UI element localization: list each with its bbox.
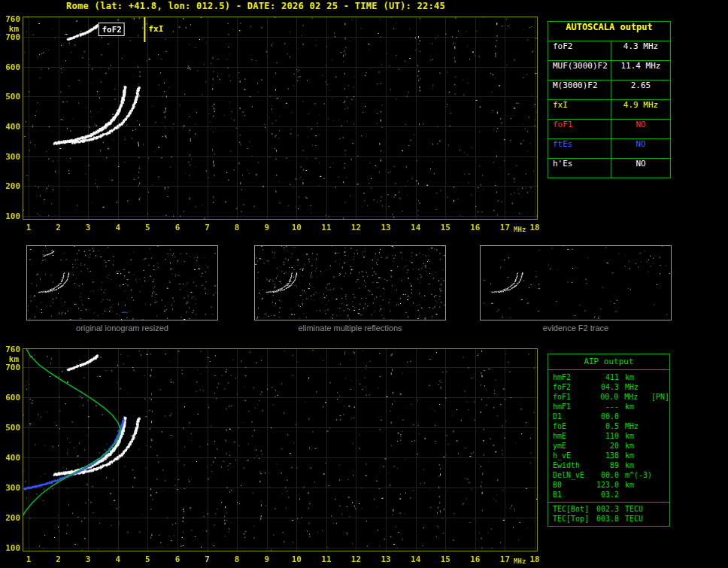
param-label: foE [548,421,592,431]
param-label: h'Es [548,159,611,178]
param-label: foF2 [548,41,611,60]
table-row: Ewidth 89 km [548,460,669,470]
param-unit: km [619,460,652,470]
param-value: 411 [592,372,619,382]
param-unit [619,490,652,500]
param-value: 123.0 [592,480,619,490]
param-note [652,421,669,431]
param-unit: MHz [618,392,651,402]
table-row: foF1 NO [548,120,670,139]
param-value: 2.65 [611,80,670,99]
param-label: DelN_vE [548,470,592,480]
param-label: D1 [548,412,592,421]
param-label: foF2 [548,382,592,392]
param-value: 003.8 [592,514,619,524]
param-value: NO [611,159,670,178]
table-row: ftEs NO [548,139,670,159]
param-unit: km [619,480,652,490]
autoscala-table-title: AUTOSCALA output [548,22,670,41]
table-row: hmE 110 km [548,431,669,441]
table-row: foE 0.5 MHz [548,421,669,431]
table-row: foF1 00.0 MHz [PN] [548,392,669,402]
station-title: Rome (lat: +41.8, lon: 012.5) - DATE: 20… [66,1,445,11]
table-row: h'Es NO [548,159,670,178]
profile-canvas [0,344,549,568]
param-value: 00.0 [592,470,619,480]
param-unit [619,412,652,421]
param-note [652,514,669,524]
table-row: TEC[Top] 003.8 TECU [548,514,669,524]
param-note [652,382,669,392]
tec-section: TEC[Bot] 002.3 TECU TEC[Top] 003.8 TECU [548,502,669,524]
param-label: fxI [548,100,611,119]
param-note [652,480,669,490]
param-value: 00.0 [592,392,619,402]
param-note [652,470,669,480]
thumbnail-caption: evidence F2 trace [480,323,672,333]
param-label: TEC[Top] [548,514,592,524]
param-note: [PN] [651,392,669,402]
autoscala-output-table: AUTOSCALA output foF2 4.3 MHz MUF(3000)F… [548,21,671,178]
param-label: foF1 [548,120,611,138]
param-value: NO [611,120,670,138]
param-label: hmF2 [548,372,592,382]
param-unit: TECU [619,504,652,514]
table-row: DelN_vE 00.0 m^(-3) [548,470,669,480]
autoscala-window: Rome (lat: +41.8, lon: 012.5) - DATE: 20… [0,0,728,568]
param-label: hmE [548,431,592,441]
param-label: ftEs [548,139,611,158]
param-value: 0.5 [592,421,619,431]
param-label: ymE [548,441,592,451]
table-row: hmF2 411 km [548,372,669,382]
param-label: M(3000)F2 [548,80,611,99]
param-label: B1 [548,490,592,500]
param-value: 002.3 [592,504,619,514]
param-note [652,431,669,441]
table-row: TEC[Bot] 002.3 TECU [548,504,669,514]
thumbnail-reflections-canvas [254,245,446,320]
aip-table-title: AIP output [548,354,669,370]
table-row: M(3000)F2 2.65 [548,80,670,100]
table-row: ymE 20 km [548,441,669,451]
param-label: MUF(3000)F2 [548,61,611,80]
param-value: 138 [592,451,619,460]
thumbnail-caption: original ionogram resized [26,323,218,333]
param-label: foF1 [548,392,592,402]
param-value: 00.0 [592,412,619,421]
param-note [652,412,669,421]
param-unit: m^(-3) [619,470,652,480]
param-unit: km [619,431,652,441]
table-row: B1 03.2 [548,490,669,500]
thumbnail-caption: eliminate multiple reflections [254,323,446,333]
param-value: 11.4 MHz [611,61,670,80]
param-note [652,460,669,470]
table-row: foF2 4.3 MHz [548,41,670,61]
param-value: 04.3 [592,382,619,392]
param-label: hmF1 [548,402,592,412]
param-note [652,372,669,382]
table-row: fxI 4.9 MHz [548,100,670,120]
param-note [652,451,669,460]
param-label: TEC[Bot] [548,504,592,514]
param-note [652,504,669,514]
param-value: 4.3 MHz [611,41,670,60]
param-note [652,490,669,500]
param-unit: km [619,402,652,412]
table-row: h_vE 138 km [548,451,669,460]
param-label: B0 [548,480,592,490]
param-note [652,402,669,412]
thumbnail-original-canvas [26,245,218,320]
table-row: D1 00.0 [548,412,669,421]
table-row: hmF1 --- km [548,402,669,412]
param-value: 89 [592,460,619,470]
param-unit: km [619,441,652,451]
param-value: NO [611,139,670,158]
ionogram-canvas [0,12,549,238]
param-unit: km [619,372,652,382]
param-label: Ewidth [548,460,592,470]
table-row: MUF(3000)F2 11.4 MHz [548,61,670,80]
aip-output-table: AIP output hmF2 411 km foF2 04.3 MHz foF… [548,354,670,527]
param-unit: TECU [619,514,652,524]
param-note [652,441,669,451]
param-unit: MHz [619,382,652,392]
